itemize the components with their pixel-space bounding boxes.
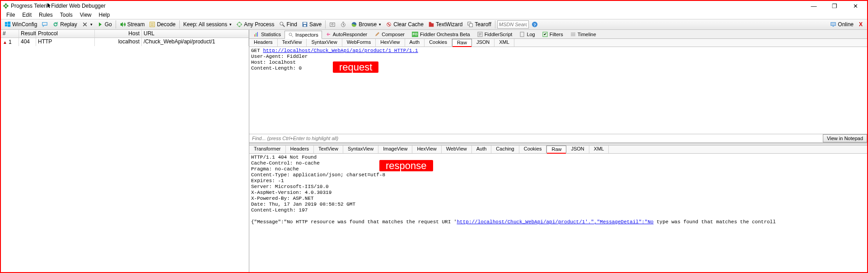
find-input[interactable] (249, 134, 823, 142)
help-button[interactable]: ? (530, 19, 540, 29)
chevron-down-icon: ▾ (379, 22, 381, 27)
svg-rect-10 (330, 23, 335, 27)
tab-fiddlerscript[interactable]: FiddlerScript (474, 30, 516, 38)
svg-rect-9 (303, 25, 306, 27)
inspectors-icon (288, 32, 294, 38)
req-tab-auth[interactable]: Auth (405, 39, 425, 47)
menu-tools[interactable]: Tools (57, 12, 75, 18)
sessions-panel: # Result Protocol Host URL ▲1 404 HTTP l… (1, 30, 249, 272)
browse-button[interactable]: Browse ▾ (349, 19, 383, 29)
request-raw-view[interactable]: GET http://localhost/Chuck_WebApi/api/pr… (249, 47, 867, 134)
session-row[interactable]: ▲1 404 HTTP localhost /Chuck_WebApi/api/… (1, 38, 249, 46)
view-in-notepad-button[interactable]: View in Notepad (823, 134, 867, 142)
col-url-header[interactable]: URL (142, 30, 249, 38)
tearoff-button[interactable]: Tearoff (465, 19, 493, 29)
maximize-button[interactable]: ❐ (828, 3, 841, 9)
req-tab-webforms[interactable]: WebForms (342, 39, 376, 47)
menu-file[interactable]: File (4, 12, 18, 18)
svg-rect-3 (8, 24, 10, 27)
resp-tab-auth[interactable]: Auth (472, 146, 492, 153)
tab-composer[interactable]: Composer (371, 30, 408, 38)
tab-inspectors[interactable]: Inspectors (285, 31, 322, 39)
resp-tab-transformer[interactable]: Transformer (249, 146, 286, 153)
find-button[interactable]: Find (277, 19, 299, 29)
keep-sessions-dropdown[interactable]: Keep: All sessions ▾ (182, 19, 233, 29)
timer-button[interactable] (338, 19, 348, 29)
warning-icon: ▲ (3, 40, 7, 45)
resp-tab-xml[interactable]: XML (589, 146, 609, 153)
resp-tab-syntaxview[interactable]: SyntaxView (343, 146, 378, 153)
resp-tab-headers[interactable]: Headers (286, 146, 314, 153)
req-tab-syntaxview[interactable]: SyntaxView (307, 39, 342, 47)
response-raw-view[interactable]: HTTP/1.1 404 Not Found Cache-Control: no… (249, 154, 867, 272)
stream-button[interactable]: Stream (118, 19, 147, 29)
svg-rect-0 (5, 22, 7, 24)
winconfig-button[interactable]: WinConfig (3, 19, 39, 29)
tab-autoresponder[interactable]: AutoResponder (322, 30, 371, 38)
go-button[interactable]: Go (95, 19, 114, 29)
msdn-search-input[interactable] (497, 20, 529, 28)
tab-orchestra[interactable]: FOFiddler Orchestra Beta (408, 30, 474, 38)
request-url-link[interactable]: http://localhost/Chuck_WebApi/api/produc… (263, 48, 418, 53)
find-icon (279, 21, 285, 28)
menu-edit[interactable]: Edit (19, 12, 34, 18)
menu-rules[interactable]: Rules (36, 12, 56, 18)
textwizard-button[interactable]: TextWizard (426, 19, 464, 29)
tab-log[interactable]: Log (516, 30, 538, 38)
svg-rect-22 (256, 33, 257, 37)
save-button[interactable]: Save (300, 19, 323, 29)
resp-tab-textview[interactable]: TextView (314, 146, 343, 153)
clock-icon (340, 21, 346, 28)
script-icon (477, 32, 483, 37)
svg-rect-23 (257, 32, 258, 37)
decode-icon (149, 21, 155, 28)
resp-tab-cookies[interactable]: Cookies (519, 146, 547, 153)
comment-button[interactable] (40, 19, 50, 29)
req-tab-headers[interactable]: Headers (249, 39, 278, 47)
screenshot-button[interactable] (327, 19, 337, 29)
response-url-link[interactable]: http://localhost/Chuck_WebApi/api/produc… (457, 219, 653, 225)
clear-cache-button[interactable]: Clear Cache (384, 19, 425, 29)
svg-rect-2 (5, 24, 7, 26)
inspector-panel: Statistics Inspectors AutoResponder Comp… (249, 30, 867, 272)
toolbar: WinConfig Replay ▾ Go Stream Decode Keep… (1, 19, 867, 30)
col-result-header[interactable]: Result (19, 30, 36, 38)
req-tab-xml[interactable]: XML (495, 39, 514, 47)
any-process-button[interactable]: Any Process (234, 19, 276, 29)
windows-icon (5, 21, 11, 28)
tab-filters[interactable]: Filters (539, 30, 567, 38)
remove-button[interactable]: ▾ (80, 19, 94, 29)
minimize-button[interactable]: — (807, 3, 820, 9)
req-tab-json[interactable]: JSON (472, 39, 495, 47)
col-host-header[interactable]: Host (95, 30, 142, 38)
tab-timeline[interactable]: Timeline (567, 30, 600, 38)
req-tab-raw[interactable]: Raw (452, 39, 472, 47)
close-button[interactable]: ✕ (849, 3, 862, 9)
toolbar-close-button[interactable]: X (856, 21, 865, 28)
resp-tab-hexview[interactable]: HexView (412, 146, 441, 153)
online-indicator[interactable]: Online (828, 19, 855, 29)
resp-tab-caching[interactable]: Caching (491, 146, 519, 153)
resp-tab-webview[interactable]: WebView (442, 146, 472, 153)
resp-tab-json[interactable]: JSON (566, 146, 589, 153)
req-tab-cookies[interactable]: Cookies (425, 39, 452, 47)
composer-icon (374, 32, 380, 37)
chevron-down-icon: ▾ (90, 22, 93, 27)
resp-tab-raw[interactable]: Raw (546, 146, 566, 153)
menu-help[interactable]: Help (96, 12, 113, 18)
camera-icon (329, 21, 336, 28)
req-tab-textview[interactable]: TextView (278, 39, 307, 47)
menu-view[interactable]: View (77, 12, 94, 18)
response-tabs: Transformer Headers TextView SyntaxView … (249, 146, 867, 154)
col-protocol-header[interactable]: Protocol (36, 30, 95, 38)
annotation-request: request (333, 61, 378, 73)
col-num-header[interactable]: # (1, 30, 19, 38)
main-tabs: Statistics Inspectors AutoResponder Comp… (249, 30, 867, 39)
req-tab-hexview[interactable]: HexView (376, 39, 405, 47)
timeline-icon (570, 32, 576, 37)
replay-button[interactable]: Replay (51, 19, 79, 29)
decode-button[interactable]: Decode (147, 19, 177, 29)
tab-statistics[interactable]: Statistics (250, 30, 285, 38)
resp-tab-imageview[interactable]: ImageView (378, 146, 412, 153)
save-icon (302, 21, 308, 28)
